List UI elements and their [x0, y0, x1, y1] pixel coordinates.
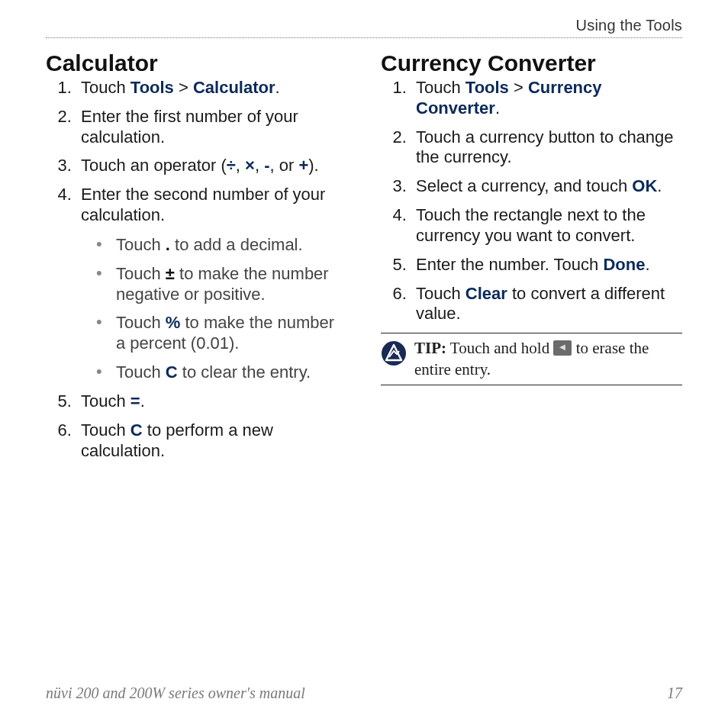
sep: >	[509, 78, 528, 97]
cc-step-1: Touch Tools > Currency Converter.	[411, 78, 682, 119]
text: Touch and hold	[446, 339, 553, 357]
calculator-steps: Touch Tools > Calculator. Enter the firs…	[46, 78, 347, 461]
text: ).	[308, 156, 318, 175]
text: .	[495, 98, 500, 118]
tools-label: Tools	[465, 78, 509, 97]
cc-step-3: Select a currency, and touch OK.	[411, 176, 682, 197]
calculator-heading: Calculator	[46, 50, 347, 76]
text: Select a currency, and touch	[416, 176, 632, 195]
done-label: Done	[603, 255, 645, 274]
cc-step-4: Touch the rectangle next to the currency…	[411, 205, 682, 246]
two-column-layout: Calculator Touch Tools > Calculator. Ent…	[46, 50, 682, 469]
manual-page: Using the Tools Calculator Touch Tools >…	[0, 0, 728, 728]
text: Touch	[416, 284, 465, 303]
op-divide: ÷	[227, 156, 236, 175]
text: to add a decimal.	[170, 235, 303, 254]
tip-icon	[381, 340, 407, 366]
key-equals: =	[130, 391, 140, 411]
text: Touch	[416, 78, 465, 97]
key-percent: %	[166, 313, 181, 332]
calc-sub-plusminus: Touch ± to make the number negative or p…	[96, 264, 347, 305]
text: ,	[255, 156, 264, 175]
cc-step-6: Touch Clear to convert a different value…	[411, 284, 682, 325]
text: Touch	[116, 362, 166, 382]
key-clear-new: C	[130, 420, 143, 440]
backspace-key-icon	[553, 340, 572, 356]
key-plusminus: ±	[166, 264, 175, 283]
text: .	[645, 255, 649, 274]
op-multiply: ×	[245, 156, 255, 175]
text: Touch	[116, 235, 166, 254]
calc-step-2: Enter the first number of your calculati…	[76, 107, 347, 148]
calc-step-5: Touch =.	[76, 391, 347, 412]
cc-step-5: Enter the number. Touch Done.	[411, 255, 682, 275]
ok-label: OK	[632, 176, 657, 195]
key-clear: C	[166, 362, 178, 382]
text: Touch	[81, 78, 130, 97]
page-number: 17	[667, 685, 682, 702]
calc-sub-decimal: Touch . to add a decimal.	[96, 235, 347, 256]
text: Touch an operator (	[81, 156, 227, 175]
calc-step-4: Enter the second number of your calculat…	[76, 185, 347, 383]
tip-text: TIP: Touch and hold to erase the entire …	[414, 338, 682, 380]
page-footer: nüvi 200 and 200W series owner's manual …	[46, 685, 682, 702]
calc-substeps: Touch . to add a decimal. Touch ± to mak…	[81, 235, 347, 383]
sep: >	[174, 78, 193, 97]
tools-label: Tools	[130, 78, 174, 97]
text: Touch	[81, 420, 130, 440]
tip-box: TIP: Touch and hold to erase the entire …	[381, 333, 682, 385]
calc-sub-percent: Touch % to make the number a percent (0.…	[96, 313, 347, 354]
text: .	[275, 78, 280, 97]
text: ,	[236, 156, 245, 175]
text: Touch	[116, 264, 166, 283]
manual-title: nüvi 200 and 200W series owner's manual	[46, 685, 305, 702]
calc-step-6: Touch C to perform a new calculation.	[76, 420, 347, 462]
calculator-section: Calculator Touch Tools > Calculator. Ent…	[46, 50, 347, 469]
text: Touch	[81, 391, 130, 411]
tip-label: TIP:	[414, 339, 446, 357]
text: to clear the entry.	[178, 362, 311, 382]
clear-label: Clear	[465, 284, 507, 303]
page-header-section: Using the Tools	[46, 17, 682, 38]
text: .	[140, 391, 145, 411]
text: Enter the number. Touch	[416, 255, 603, 274]
cc-step-2: Touch a currency button to change the cu…	[411, 127, 682, 169]
currency-steps: Touch Tools > Currency Converter. Touch …	[381, 78, 682, 324]
currency-converter-section: Currency Converter Touch Tools > Currenc…	[381, 50, 682, 469]
calc-step-3: Touch an operator (÷, ×, -, or +).	[76, 156, 347, 176]
calculator-label: Calculator	[193, 78, 275, 97]
text: Touch	[116, 313, 166, 332]
op-plus: +	[298, 156, 308, 175]
text: , or	[270, 156, 299, 175]
currency-heading: Currency Converter	[381, 50, 682, 76]
text: Enter the second number of your calculat…	[81, 185, 325, 224]
calc-sub-clear: Touch C to clear the entry.	[96, 362, 347, 383]
text: .	[657, 176, 662, 195]
calc-step-1: Touch Tools > Calculator.	[76, 78, 347, 98]
op-minus: -	[264, 156, 269, 175]
